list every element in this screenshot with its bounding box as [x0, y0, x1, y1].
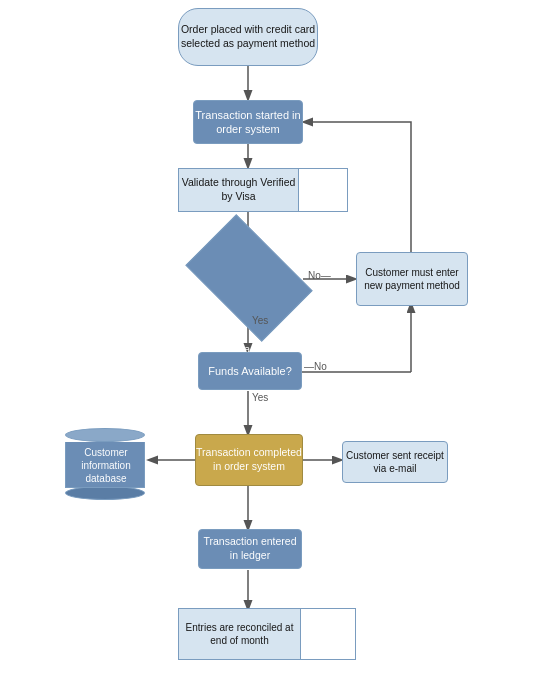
entries-container: Entries are reconciled at end of month B…: [178, 608, 356, 660]
transaction-ledger-node: Transaction entered in ledger: [198, 529, 302, 569]
transaction-start-node: Transaction started in order system: [193, 100, 303, 144]
cylinder-bottom: [65, 486, 145, 500]
transaction-start-label: Transaction started in order system: [194, 108, 302, 137]
credit-card-valid-diamond: Credit card valid?: [195, 242, 303, 314]
customer-db-label: Customer information database: [66, 445, 146, 484]
cylinder-top: [65, 428, 145, 442]
entries-node: Entries are reconciled at end of month: [179, 609, 301, 659]
cylinder-body: Customer information database: [65, 442, 145, 488]
flowchart-diagram: Order placed with credit card selected a…: [0, 0, 550, 675]
yes-label-1: Yes: [252, 315, 268, 326]
customer-new-payment-label: Customer must enter new payment method: [357, 266, 467, 292]
yes-label-2: Yes: [252, 392, 268, 403]
validate-container: Validate through Verified by Visa system…: [178, 168, 348, 212]
validate-label: Validate through Verified by Visa: [179, 176, 298, 203]
transaction-completed-label: Transaction completed in order system: [196, 446, 302, 473]
funds-available-node: Funds Available?: [198, 352, 302, 390]
entries-label: Entries are reconciled at end of month: [179, 621, 300, 647]
start-node: Order placed with credit card selected a…: [178, 8, 318, 66]
customer-db-node: Customer information database: [60, 428, 150, 500]
transaction-completed-node: Transaction completed in order system: [195, 434, 303, 486]
no-label-1: No—: [308, 270, 331, 281]
transaction-ledger-label: Transaction entered in ledger: [199, 535, 301, 562]
customer-receipt-label: Customer sent receipt via e-mail: [343, 449, 447, 475]
no-label-2: —No: [304, 361, 327, 372]
start-label: Order placed with credit card selected a…: [179, 23, 317, 50]
customer-receipt-node: Customer sent receipt via e-mail: [342, 441, 448, 483]
customer-new-payment-node: Customer must enter new payment method: [356, 252, 468, 306]
funds-available-label: Funds Available?: [208, 364, 292, 378]
validate-node: Validate through Verified by Visa: [179, 169, 299, 211]
